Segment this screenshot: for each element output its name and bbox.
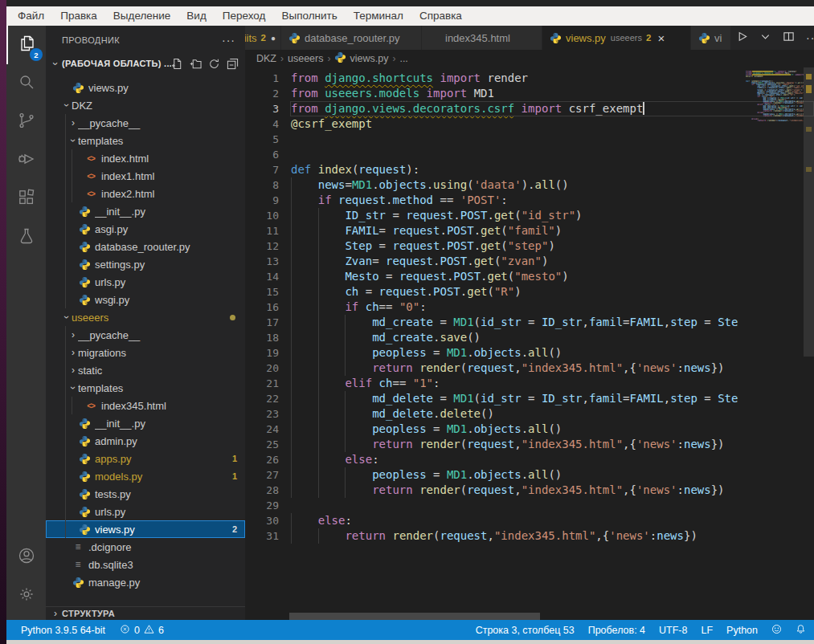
code-line-14[interactable]: 14 Mesto = request.POST.get("mesto") [245, 269, 814, 284]
tree-folder-__pycache__[interactable]: ›__pycache__ [46, 114, 245, 132]
breadcrumb-item-views.py[interactable]: views.py [334, 51, 388, 66]
tree-file-views.py[interactable]: views.py2 [46, 520, 245, 538]
tree-file-models.py[interactable]: models.py1 [46, 467, 245, 485]
code-line-7[interactable]: 7def index(request): [245, 162, 814, 177]
code-line-25[interactable]: 25 return render(request,"index345.html"… [245, 437, 814, 452]
tree-file-__init__.py[interactable]: __init__.py [46, 414, 245, 432]
code-line-30[interactable]: 30 else: [245, 513, 814, 528]
code-line-5[interactable]: 5 [245, 132, 814, 147]
tree-file-index.html[interactable]: <>index.html [46, 149, 245, 167]
tree-file-urls.py[interactable]: urls.py [46, 503, 245, 520]
tree-folder-static[interactable]: ›static [46, 361, 245, 379]
activity-testing[interactable] [6, 218, 46, 257]
tree-file-settings.py[interactable]: settings.py [46, 255, 245, 273]
tab-database_roouter.py[interactable]: database_roouter.py [281, 26, 422, 50]
activity-extensions[interactable] [6, 180, 46, 218]
run-dropdown-button[interactable] [759, 31, 771, 46]
code-line-3[interactable]: 3from django.views.decorators.csrf impor… [245, 101, 814, 116]
code-line-29[interactable]: 29 [245, 498, 814, 513]
refresh-button[interactable] [208, 58, 220, 70]
tree-file-admin.py[interactable]: admin.py [46, 432, 245, 450]
tree-file-asgi.py[interactable]: asgi.py [46, 220, 245, 238]
menu-item-2[interactable]: Правка [52, 6, 105, 26]
code-line-20[interactable]: 20 return render(request,"index345.html"… [245, 361, 814, 376]
tree-file-tests.py[interactable]: tests.py [46, 485, 245, 503]
status-python-interpreter[interactable]: Python 3.9.5 64-bit [21, 625, 105, 636]
tree-folder-__pycache__[interactable]: ›__pycache__ [46, 326, 245, 344]
tree-file-manage.py[interactable]: manage.py [46, 573, 245, 591]
menu-item-5[interactable]: Переход [215, 6, 274, 26]
split-editor-button[interactable] [783, 31, 795, 46]
code-line-9[interactable]: 9 if request.method == 'POST': [245, 193, 814, 208]
tree-file-apps.py[interactable]: apps.py1 [46, 450, 245, 467]
close-icon[interactable]: × [657, 31, 665, 45]
code-line-19[interactable]: 19 peopless = MD1.objects.all() [245, 345, 814, 361]
code-line-2[interactable]: 2from useeers.models import MD1 [245, 86, 814, 101]
tree-folder-useeers[interactable]: ›useeers [46, 308, 245, 326]
code-line-15[interactable]: 15 ch = request.POST.get("R") [245, 284, 814, 300]
tab-vi[interactable]: vi [691, 26, 731, 50]
tree-file-index2.html[interactable]: <>index2.html [46, 185, 245, 202]
tree-file-views.py[interactable]: views.py [46, 79, 245, 96]
menu-item-1[interactable]: Файл [10, 6, 52, 26]
code-line-18[interactable]: 18 md_create.save() [245, 330, 814, 345]
status-feedback[interactable] [771, 624, 782, 637]
tab-index345.html[interactable]: index345.html [422, 26, 542, 50]
code-line-6[interactable]: 6 [245, 147, 814, 162]
tree-folder-templates[interactable]: ›templates [46, 132, 245, 149]
code-line-16[interactable]: 16 if ch== "0": [245, 300, 814, 315]
menu-item-4[interactable]: Вид [178, 6, 214, 26]
minimap[interactable]: from django.shortcuts import renderfrom … [746, 71, 804, 124]
code-line-4[interactable]: 4@csrf_exempt [245, 116, 814, 132]
tab-diiits[interactable]: diiits2● [245, 26, 281, 50]
vertical-scrollbar[interactable] [804, 67, 814, 357]
code-line-21[interactable]: 21 elif ch== "1": [245, 376, 814, 391]
code-line-27[interactable]: 27 peopless = MD1.objects.all() [245, 467, 814, 483]
tree-folder-migrations[interactable]: ›migrations [46, 344, 245, 361]
new-file-button[interactable] [171, 58, 183, 70]
code-line-24[interactable]: 24 peopless = MD1.objects.all() [245, 422, 814, 437]
tree-folder-templates[interactable]: ›templates [46, 379, 245, 397]
activity-run-debug[interactable] [6, 141, 46, 180]
status-cursor-position[interactable]: Строка 3, столбец 53 [476, 625, 575, 636]
menu-item-3[interactable]: Выделение [105, 6, 179, 26]
menu-item-8[interactable]: Справка [411, 6, 470, 26]
tree-file-__init__.py[interactable]: __init__.py [46, 202, 245, 220]
code-line-11[interactable]: 11 FAMIL= request.POST.get("famil") [245, 223, 814, 238]
status-problems[interactable]: 06 [120, 624, 164, 637]
code-line-13[interactable]: 13 Zvan= request.POST.get("zvan") [245, 254, 814, 269]
breadcrumb-item-useeers[interactable]: useeers [288, 53, 323, 64]
run-button[interactable] [736, 31, 748, 46]
menu-item-6[interactable]: Выполнить [273, 6, 345, 26]
code-line-28[interactable]: 28 return render(request,"index345.html"… [245, 483, 814, 498]
activity-settings[interactable] [6, 577, 46, 615]
tree-file-index1.html[interactable]: <>index1.html [46, 167, 245, 185]
code-line-17[interactable]: 17 md_create = MD1(id_str = ID_str,famil… [245, 315, 814, 330]
tree-file-.dcignore[interactable]: ≡.dcignore [46, 538, 245, 556]
status-eol[interactable]: LF [701, 625, 713, 636]
collapse-all-button[interactable] [227, 58, 239, 70]
code-line-12[interactable]: 12 Step = request.POST.get("step") [245, 238, 814, 254]
activity-account[interactable] [6, 538, 46, 577]
sidebar-more-actions[interactable]: ··· [222, 34, 235, 47]
code-line-26[interactable]: 26 else: [245, 452, 814, 467]
outline-section-header[interactable]: › СТРУКТУРА [46, 606, 245, 620]
horizontal-scrollbar[interactable] [289, 613, 540, 620]
code-line-10[interactable]: 10 ID_str = request.POST.get("id_str") [245, 208, 814, 223]
breadcrumb-item-DKZ[interactable]: DKZ [256, 53, 276, 64]
activity-search[interactable] [6, 64, 46, 103]
workspace-section-header[interactable]: › (РАБОЧАЯ ОБЛАСТЬ) ... [46, 55, 245, 72]
code-line-8[interactable]: 8 news=MD1.objects.using('daata').all() [245, 177, 814, 193]
status-indentation[interactable]: Пробелов: 4 [588, 625, 645, 636]
tree-file-database_roouter.py[interactable]: database_roouter.py [46, 238, 245, 255]
code-line-1[interactable]: 1from django.shortcuts import render [245, 71, 814, 86]
activity-source-control[interactable] [6, 103, 46, 141]
tree-file-urls.py[interactable]: urls.py [46, 273, 245, 291]
menu-item-7[interactable]: Терминал [346, 6, 411, 26]
tab-views.py[interactable]: views.pyuseeers2× [542, 26, 691, 50]
new-folder-button[interactable] [190, 58, 202, 70]
more-actions-button[interactable]: ··· [806, 31, 814, 44]
code-line-22[interactable]: 22 md_delete = MD1(id_str = ID_str,famil… [245, 391, 814, 406]
status-language-mode[interactable]: Python [726, 625, 758, 636]
tree-folder-DKZ[interactable]: ›DKZ [46, 96, 245, 114]
